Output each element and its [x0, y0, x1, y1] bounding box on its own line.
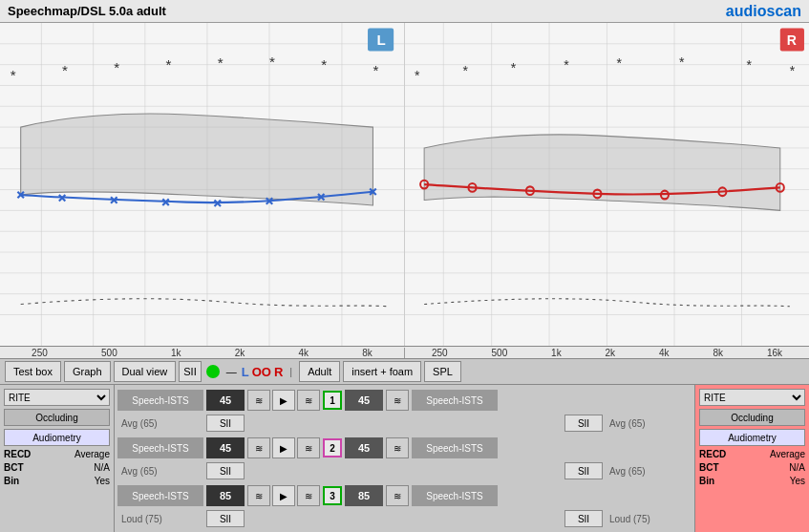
svg-text:*: * [269, 53, 275, 70]
svg-text:*: * [373, 62, 378, 78]
play-icon-3[interactable]: ▶ [272, 485, 295, 506]
icons-3r: ≋ [386, 485, 409, 506]
left-graph-svg: * * * * * * * * [0, 23, 404, 346]
sii-3l: SII [206, 510, 245, 527]
avg-label-1r: Avg (65) [606, 418, 692, 429]
right-label-2: Speech-ISTS [412, 437, 498, 458]
x-label-8kr: 8k [713, 348, 723, 358]
title-bar: Speechmap/DSL 5.0a adult audioscan [0, 0, 809, 23]
sii-2r: SII [564, 462, 603, 479]
spl-button[interactable]: SPL [424, 361, 461, 382]
x-label-16kr: 16k [767, 348, 782, 358]
adult-button[interactable]: Adult [299, 361, 340, 382]
measure-row-2: Speech-ISTS 45 ≋ ▶ ≋ 2 45 ≋ Speech-ISTS [117, 436, 692, 460]
wave-icon-2ar[interactable]: ≋ [386, 437, 409, 458]
sii-2l: SII [206, 462, 245, 479]
right-recd-row: RECD Average [699, 449, 805, 459]
left-bin-row: Bin Yes [4, 476, 110, 486]
left-recd-row: RECD Average [4, 449, 110, 459]
sii-1l: SII [206, 415, 245, 432]
svg-text:*: * [679, 53, 685, 70]
left-occluding-button[interactable]: Occluding [4, 409, 110, 426]
right-recd-value: Average [770, 449, 805, 459]
badge-1: 1 [323, 391, 342, 410]
svg-text:*: * [321, 56, 327, 73]
avg-label-3l: Loud (75) [117, 514, 203, 524]
l-button[interactable]: L [242, 365, 249, 379]
x-label-2kr: 2k [606, 348, 616, 358]
svg-text:*: * [11, 67, 16, 83]
svg-text:*: * [114, 59, 119, 75]
measure-group-3: Speech-ISTS 85 ≋ ▶ ≋ 3 85 ≋ Speech-ISTS [117, 483, 692, 529]
left-bin-value: Yes [95, 476, 110, 486]
wave-icon-3a[interactable]: ≋ [247, 485, 270, 506]
svg-text:R: R [787, 32, 798, 48]
avg-label-2r: Avg (65) [606, 466, 692, 477]
wave-icon-1ar[interactable]: ≋ [386, 390, 409, 411]
bottom-panel: RITE Occluding Audiometry RECD Average B… [0, 385, 809, 532]
green-indicator [206, 365, 220, 378]
left-audiometry-button[interactable]: Audiometry [4, 429, 110, 446]
r-button[interactable]: R [274, 365, 283, 379]
right-graph: * * * * * * * * [405, 23, 809, 346]
svg-text:*: * [617, 54, 623, 71]
dual-view-button[interactable]: Dual view [114, 361, 177, 382]
x-label-500r: 500 [492, 348, 508, 358]
right-bin-row: Bin Yes [699, 476, 805, 486]
sub-row-1: Avg (65) SII SII Avg (65) [117, 413, 692, 434]
svg-text:L: L [377, 32, 386, 48]
icons-2: ≋ ▶ ≋ [247, 437, 320, 458]
right-audiometry-button[interactable]: Audiometry [699, 429, 805, 446]
x-label-8kl: 8k [362, 348, 373, 358]
sub-row-3: Loud (75) SII SII Loud (75) [117, 508, 692, 529]
left-device-select[interactable]: RITE [4, 389, 110, 406]
brand-logo: audioscan [726, 3, 801, 20]
play-icon-2[interactable]: ▶ [272, 437, 295, 458]
left-label-1: Speech-ISTS [117, 390, 203, 411]
x-axis-left: 250 500 1k 2k 4k 8k [0, 348, 405, 358]
wave-icon-1a[interactable]: ≋ [247, 390, 270, 411]
right-label-3: Speech-ISTS [412, 485, 498, 506]
x-label-4kr: 4k [659, 348, 670, 358]
right-label-1: Speech-ISTS [412, 390, 498, 411]
svg-text:*: * [166, 56, 172, 73]
svg-text:*: * [462, 62, 468, 78]
wave-icon-2b[interactable]: ≋ [297, 437, 320, 458]
right-bct-label: BCT [699, 462, 719, 473]
right-bct-row: BCT N/A [699, 462, 805, 473]
left-value-3: 85 [206, 485, 245, 506]
svg-text:*: * [415, 67, 420, 83]
svg-text:*: * [564, 57, 569, 74]
play-icon-1[interactable]: ▶ [272, 390, 295, 411]
test-box-button[interactable]: Test box [5, 361, 61, 382]
sii-3r: SII [564, 510, 603, 527]
left-label-2: Speech-ISTS [117, 437, 203, 458]
x-axis-right: 250 500 1k 2k 4k 8k 16k [405, 348, 809, 358]
avg-label-1l: Avg (65) [117, 418, 203, 429]
right-occluding-button[interactable]: Occluding [699, 409, 805, 426]
right-graph-svg: * * * * * * * * [405, 23, 809, 346]
right-value-1: 45 [345, 390, 383, 411]
right-value-3: 85 [345, 485, 383, 506]
graph-button[interactable]: Graph [64, 361, 111, 382]
icons-2r: ≋ [386, 437, 409, 458]
wave-icon-2a[interactable]: ≋ [247, 437, 270, 458]
right-recd-label: RECD [699, 449, 726, 459]
wave-icon-1b[interactable]: ≋ [297, 390, 320, 411]
svg-text:*: * [511, 60, 517, 76]
wave-icon-3b[interactable]: ≋ [297, 485, 320, 506]
x-axis-row: 250 500 1k 2k 4k 8k 250 500 1k 2k 4k 8k … [0, 347, 809, 359]
insert-foam-button[interactable]: insert + foam [343, 361, 421, 382]
left-value-1: 45 [206, 390, 245, 411]
right-bct-value: N/A [789, 462, 805, 473]
left-recd-label: RECD [4, 449, 31, 459]
badge-2: 2 [323, 438, 342, 458]
x-label-1kl: 1k [171, 348, 181, 358]
right-device-select[interactable]: RITE [699, 389, 805, 406]
measure-group-2: Speech-ISTS 45 ≋ ▶ ≋ 2 45 ≋ Speech-ISTS [117, 436, 692, 481]
avg-label-2l: Avg (65) [117, 466, 203, 477]
measure-group-1: Speech-ISTS 45 ≋ ▶ ≋ 1 45 ≋ Speech-ISTS [117, 388, 692, 434]
left-controls: RITE Occluding Audiometry RECD Average B… [0, 385, 115, 532]
wave-icon-3ar[interactable]: ≋ [386, 485, 409, 506]
measure-row-3: Speech-ISTS 85 ≋ ▶ ≋ 3 85 ≋ Speech-ISTS [117, 483, 692, 508]
